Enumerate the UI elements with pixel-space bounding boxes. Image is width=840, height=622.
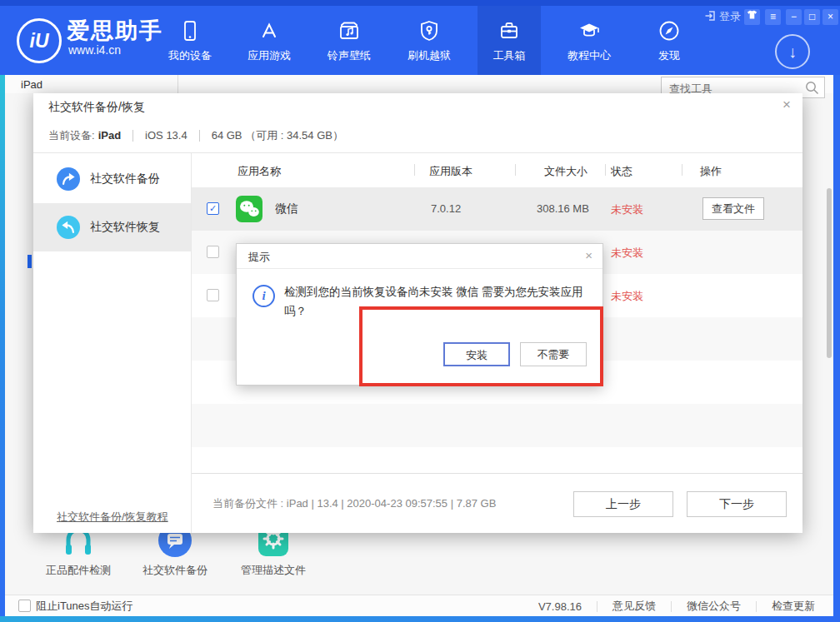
app-window: iU 爱思助手 www.i4.cn 我的设备 应用游戏 铃声壁纸 刷机越狱 工具… — [0, 0, 840, 622]
nav-label: 我的设备 — [158, 48, 222, 63]
device-info-label: 当前设备: — [48, 128, 95, 143]
divider — [597, 601, 598, 612]
block-itunes-label: 阻止iTunes自动运行 — [36, 599, 133, 614]
info-icon: i — [252, 285, 275, 307]
minimize-button[interactable]: − — [786, 9, 802, 25]
menu-list-button[interactable]: ≡ — [765, 9, 781, 25]
device-os: iOS 13.4 — [145, 129, 188, 142]
col-file-size: 文件大小 — [544, 164, 588, 179]
brand-logo-icon: iU — [17, 18, 62, 63]
sidebar-active-indicator — [28, 255, 32, 268]
dialog-footer: 当前备份文件 : iPad | 13.4 | 2020-04-23 09:57:… — [192, 473, 802, 533]
nav-label: 发现 — [638, 48, 701, 63]
modal-title: 提示 — [248, 250, 270, 265]
device-tab[interactable]: iPad — [21, 78, 42, 91]
tool-label: 管理描述文件 — [223, 563, 323, 578]
nav-ringtones[interactable]: 铃声壁纸 — [318, 6, 381, 75]
divider — [671, 601, 672, 612]
nav-tutorials[interactable]: 教程中心 — [558, 6, 621, 75]
device-info-bar: 当前设备: iPad iOS 13.4 64 GB （可用 : 34.54 GB… — [33, 118, 802, 153]
search-icon — [805, 81, 819, 95]
nav-discover[interactable]: 发现 — [638, 6, 701, 75]
compass-icon — [658, 31, 681, 45]
smartphone-icon — [178, 31, 202, 45]
window-right-border — [833, 75, 840, 622]
row-checkbox[interactable] — [207, 246, 219, 258]
download-manager-button[interactable]: ↓ — [775, 34, 810, 69]
login-icon — [704, 10, 716, 24]
modal-close-icon[interactable]: × — [585, 248, 592, 262]
nav-label: 教程中心 — [558, 48, 621, 63]
nav-label: 刷机越狱 — [398, 48, 461, 63]
wechat-official-link[interactable]: 微信公众号 — [687, 599, 741, 614]
app-version-text: V7.98.16 — [538, 600, 582, 613]
divider — [605, 164, 606, 176]
window-bottom-border — [0, 616, 840, 622]
nav-label: 铃声壁纸 — [318, 48, 381, 63]
sidebar-item-label: 社交软件恢复 — [90, 220, 160, 235]
statusbar-right: V7.98.16 意见反馈 微信公众号 检查更新 — [538, 599, 815, 614]
maximize-button[interactable]: □ — [804, 9, 820, 25]
device-storage: 64 GB （可用 : 34.54 GB） — [212, 128, 343, 143]
block-itunes-checkbox[interactable] — [18, 600, 31, 612]
col-app-name: 应用名称 — [238, 164, 281, 179]
app-version: 7.0.12 — [431, 202, 461, 215]
file-size: 308.16 MB — [537, 202, 589, 215]
tool-label: 正品配件检测 — [28, 563, 128, 578]
divider — [199, 130, 200, 142]
divider — [756, 601, 757, 612]
prev-step-button[interactable]: 上一步 — [573, 491, 673, 517]
table-header: 应用名称 应用版本 文件大小 状态 操作 — [192, 153, 802, 187]
ringtone-icon — [338, 31, 361, 45]
next-step-button[interactable]: 下一步 — [687, 491, 787, 517]
nav-toolbox[interactable]: 工具箱 — [478, 6, 541, 75]
divider — [515, 164, 516, 176]
nav-label: 工具箱 — [478, 48, 541, 63]
dialog-title: 社交软件备份/恢复 — [48, 100, 145, 115]
theme-skin-button[interactable] — [744, 9, 760, 25]
sidebar-item-label: 社交软件备份 — [90, 172, 160, 187]
tab-separator — [178, 75, 178, 93]
divider — [132, 130, 133, 142]
col-app-version: 应用版本 — [429, 164, 472, 179]
brand-title: 爱思助手 — [67, 16, 163, 46]
sidebar-item-social-restore[interactable]: 社交软件恢复 — [33, 203, 191, 251]
app-name: 微信 — [275, 202, 298, 216]
jailbreak-shield-icon — [418, 31, 441, 45]
view-files-button[interactable]: 查看文件 — [702, 197, 764, 220]
brand-url: www.i4.cn — [68, 43, 121, 57]
feedback-link[interactable]: 意见反馈 — [612, 599, 656, 614]
tool-label: 社交软件备份 — [125, 563, 225, 578]
status-badge: 未安装 — [611, 289, 643, 304]
dialog-close-icon[interactable]: × — [782, 97, 791, 113]
divider — [414, 164, 415, 176]
wechat-app-icon — [236, 196, 262, 222]
row-checkbox-checked[interactable]: ✓ — [207, 202, 219, 215]
window-left-border — [0, 75, 5, 622]
current-backup-file-info: 当前备份文件 : iPad | 13.4 | 2020-04-23 09:57:… — [212, 496, 496, 511]
dialog-sidebar: 社交软件备份 社交软件恢复 — [33, 153, 192, 533]
status-badge: 未安装 — [611, 246, 643, 261]
window-top-border — [0, 0, 840, 6]
device-name: iPad — [98, 129, 121, 142]
nav-apps-games[interactable]: 应用游戏 — [238, 6, 301, 75]
table-row-wechat[interactable]: ✓ 微信 7.0.12 308.16 MB 未安装 查看文件 — [192, 187, 802, 231]
status-badge: 未安装 — [611, 202, 643, 217]
vertical-scrollbar[interactable] — [827, 188, 832, 358]
divider — [237, 268, 602, 269]
graduation-cap-icon — [578, 31, 601, 45]
tutorial-link[interactable]: 社交软件备份/恢复教程 — [57, 510, 168, 525]
toolbox-icon — [498, 31, 521, 45]
row-checkbox[interactable] — [207, 289, 219, 301]
nav-label: 应用游戏 — [238, 48, 301, 63]
login-button[interactable]: 登录 — [704, 9, 741, 24]
login-label: 登录 — [719, 9, 741, 24]
col-status: 状态 — [611, 164, 632, 179]
appstore-icon — [258, 31, 281, 45]
close-window-button[interactable]: × — [822, 9, 838, 25]
sidebar-item-social-backup[interactable]: 社交软件备份 — [33, 155, 191, 203]
nav-my-device[interactable]: 我的设备 — [158, 6, 222, 75]
check-update-link[interactable]: 检查更新 — [772, 599, 815, 614]
backup-arrow-icon — [57, 167, 80, 191]
nav-jailbreak[interactable]: 刷机越狱 — [398, 6, 461, 75]
